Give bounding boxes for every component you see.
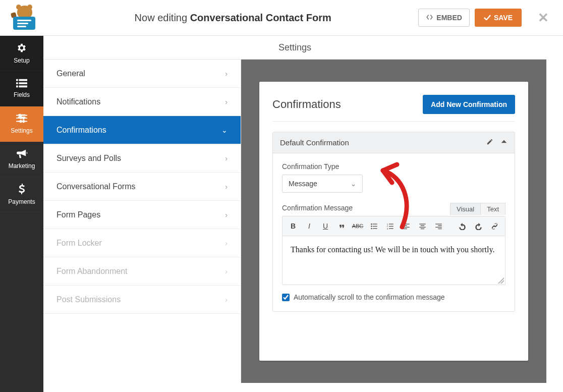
message-editor: Visual Text B I U ABC 123 [282,216,505,285]
editor-tab-visual[interactable]: Visual [450,203,481,215]
subnav-confirmations-label: Confirmations [57,126,106,135]
svg-rect-18 [403,223,410,224]
link-button[interactable] [488,219,501,233]
confirmations-panel: Confirmations Add New Confirmation Defau… [259,82,528,361]
chevron-down-icon: ⌄ [221,126,228,134]
collapse-icon[interactable] [500,138,508,147]
message-content: Thanks for contacting us! We will be in … [291,245,494,254]
rail-marketing-label: Marketing [9,162,35,170]
form-name: Conversational Contact Form [190,12,331,23]
blockquote-button[interactable] [335,219,348,233]
rail-marketing[interactable]: Marketing [0,142,43,177]
subnav-post-submissions[interactable]: Post Submissions › [43,286,241,314]
subnav-form-pages-label: Form Pages [57,210,100,219]
bullet-list-button[interactable] [367,219,380,233]
subnav-post-submissions-label: Post Submissions [57,295,121,304]
gear-icon [16,42,27,55]
left-rail: Setup Fields Settings Marketing Payments [0,36,43,392]
subnav-surveys[interactable]: Surveys and Polls › [43,144,241,173]
dollar-icon [18,184,25,196]
align-right-button[interactable] [432,219,445,233]
svg-rect-4 [16,118,27,119]
edit-icon[interactable] [486,138,493,147]
message-textarea[interactable]: Thanks for contacting us! We will be in … [283,236,505,285]
svg-rect-19 [403,225,407,226]
subnav-form-abandonment[interactable]: Form Abandonment › [43,257,241,286]
logo-slot [7,6,47,30]
undo-button[interactable] [456,219,469,233]
add-confirmation-button[interactable]: Add New Confirmation [423,95,515,114]
accordion-title: Default Confirmation [280,138,349,147]
align-left-button[interactable] [400,219,413,233]
subnav-conversational[interactable]: Conversational Forms › [43,173,241,201]
subnav-form-locker[interactable]: Form Locker › [43,229,241,257]
svg-rect-9 [373,226,377,226]
rail-settings[interactable]: Settings [0,106,43,142]
chevron-right-icon: › [225,239,228,247]
chevron-right-icon: › [225,267,228,275]
chevron-right-icon: › [225,211,228,219]
top-actions: EMBED SAVE ✕ [418,9,556,27]
editor-toolbar: B I U ABC 123 [283,216,505,236]
svg-rect-7 [373,223,377,224]
embed-icon [426,14,433,22]
svg-rect-21 [403,228,407,229]
svg-rect-27 [438,225,442,226]
svg-rect-5 [16,121,27,122]
numbered-list-button[interactable]: 123 [383,219,397,233]
chevron-right-icon: › [225,183,228,191]
editor-tab-text[interactable]: Text [481,203,505,215]
svg-rect-11 [373,228,377,229]
bottom-gutter [43,383,563,392]
chevron-right-icon: › [225,296,228,304]
save-button[interactable]: SAVE [475,9,522,27]
subnav-form-abandonment-label: Form Abandonment [57,267,128,276]
rail-payments-label: Payments [8,198,35,205]
svg-rect-28 [435,227,442,227]
italic-button[interactable]: I [303,219,316,233]
rail-setup[interactable]: Setup [0,36,43,71]
underline-button[interactable]: U [319,219,332,233]
subnav-form-pages[interactable]: Form Pages › [43,201,241,229]
rail-setup-label: Setup [14,57,29,64]
rail-fields[interactable]: Fields [0,71,43,106]
chevron-down-icon: ⌄ [351,180,356,188]
subnav-form-locker-label: Form Locker [57,239,102,248]
svg-rect-20 [403,227,410,227]
chevron-right-icon: › [225,70,228,78]
type-label: Confirmation Type [282,162,505,171]
close-icon[interactable]: ✕ [527,10,556,26]
editor-tabs: Visual Text [450,203,505,215]
subnav-confirmations[interactable]: Confirmations ⌄ [43,116,241,144]
subnav-general[interactable]: General › [43,60,241,88]
autoscroll-checkbox[interactable] [282,294,290,301]
rail-payments[interactable]: Payments [0,177,43,212]
svg-rect-12 [389,223,393,224]
now-editing: Now editing Conversational Contact Form [47,12,418,24]
bold-button[interactable]: B [287,219,300,233]
chevron-right-icon: › [225,154,228,162]
autoscroll-row[interactable]: Automatically scroll to the confirmation… [282,293,505,301]
bullhorn-icon [16,149,27,160]
list-icon [16,79,27,89]
svg-rect-14 [389,228,393,229]
rail-fields-label: Fields [14,91,30,98]
svg-rect-26 [435,223,442,224]
select-value: Message [289,180,317,188]
strikethrough-button[interactable]: ABC [351,219,364,233]
accordion-header[interactable]: Default Confirmation [273,132,515,153]
autoscroll-label: Automatically scroll to the confirmation… [294,293,445,301]
subnav-general-label: General [57,69,85,78]
subnav-notifications[interactable]: Notifications › [43,88,241,116]
resize-handle[interactable] [498,277,504,284]
confirmation-type-select[interactable]: Message ⌄ [282,175,363,193]
align-center-button[interactable] [416,219,429,233]
panel-title: Confirmations [272,98,341,111]
now-editing-prefix: Now editing [135,12,190,23]
svg-rect-25 [420,228,424,229]
chevron-right-icon: › [225,98,228,106]
embed-button[interactable]: EMBED [418,9,470,27]
redo-button[interactable] [472,219,485,233]
subnav-conversational-label: Conversational Forms [57,182,136,191]
embed-label: EMBED [436,14,462,22]
